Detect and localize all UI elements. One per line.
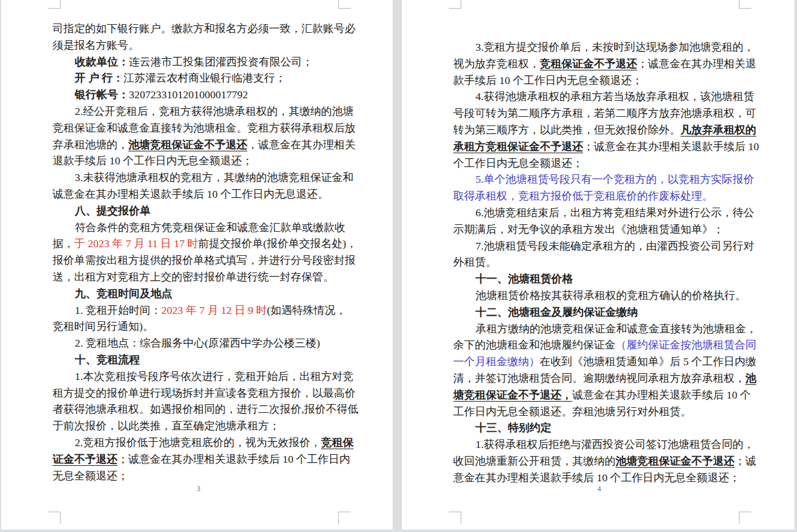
text-segment: 塘竞租保证金不予退还， (453, 389, 573, 401)
text-line: 十一、池塘租赁价格 (453, 271, 745, 287)
text-line: 十二、池塘租金及履约保证金缴纳 (453, 304, 745, 321)
text-segment: 1.获得承租权后拒绝与灌西投资公司签订池塘租赁合同的， (475, 438, 754, 450)
text-line: 工作日内无息全额退还。弃租池塘另行对外租赁。 (453, 403, 745, 420)
text-segment: 证金不予退还 (53, 453, 117, 465)
text-boundary-mark-bottom-left (449, 512, 461, 524)
text-segment: 诚意金在其办理相关退款手续后 10 个工作日内无息退还。 (53, 188, 328, 200)
text-segment: 司指定的如下银行账户。缴款方和报名方必须一致，汇款账号必 (53, 22, 356, 35)
text-line: 转为第三顺序方，以此类推，但无效报价除外。凡放弃承租权的 (453, 122, 745, 138)
text-segment: 据， (53, 237, 74, 250)
text-line: 4.获得池塘承租权的承租方若当场放弃承租权，该池塘租赁 (453, 88, 745, 105)
text-line: 3.竞租方提交报价单后，未按时到达现场参加池塘竞租的， (453, 39, 745, 56)
text-line: 收款单位：连云港市工投集团灌西投资有限公司； (53, 54, 344, 70)
text-segment: ，诚意金在其办理相关 (247, 138, 356, 151)
text-segment: ；诚意金在其办理相关退款手续后 10 个工作日内 (117, 453, 350, 465)
text-segment: （履约保证金按池塘租赁合同 (616, 339, 757, 351)
text-segment: 转为第三顺序方，以此类推，但无效报价除外。 (453, 124, 681, 136)
text-segment: 十三、特别约定 (475, 421, 552, 434)
text-segment: 前提交报价单(报价单交报名处)， (198, 237, 357, 250)
text-line: 2.竞租方报价低于池塘竞租底价的，视为无效报价，竞租保 (53, 434, 344, 451)
text-line: 1.本次竞租按号段序号依次进行，竞租开始后，出租方对竞 (53, 368, 344, 385)
text-line: 须是报名方账号。 (53, 37, 344, 54)
text-segment: 池塘竞租保证金不予退还 (129, 138, 248, 151)
text-segment: 十一、池塘租赁价格 (475, 272, 573, 285)
text-line: 租方提交的报价单进行现场拆封并宣读各竞租方报价，以最高价 (53, 385, 344, 402)
text-segment: 视为放弃竞租权， (453, 57, 540, 70)
text-segment: 2.经公开竞租后，竞租方获得池塘承租权的，其缴纳的池塘 (75, 105, 354, 117)
text-segment: 承租方竞租保证金不予退还 (453, 140, 583, 153)
page-number: 3 (53, 484, 344, 493)
text-segment: 开 户 行： (75, 72, 124, 84)
text-segment: 1.本次竞租按号段序号依次进行，竞租开始后，出租方对竞 (75, 370, 354, 382)
document-page-3[interactable]: 司指定的如下银行账户。缴款方和报名方必须一致，汇款账号必须是报名方账号。收款单位… (1, 0, 393, 530)
text-segment: 池 (746, 372, 757, 384)
text-segment: 送，出租方对竞租方上交的密封报价单进行统一封存保管。 (53, 271, 334, 283)
text-segment: 退款手续后 10 个工作日内无息全额退还； (53, 154, 253, 167)
text-segment: 取得承租权，竞租方报价低于竞租底价的作废标处理。 (453, 190, 713, 202)
text-line: 塘竞租保证金不予退还，诚意金在其办理相关退款手续后 10 个 (453, 387, 745, 403)
text-line: 视为放弃竞租权，竞租保证金不予退还；诚意金在其办理相关退 (453, 56, 745, 72)
text-segment: 号段可转为第二顺序方承租，若第二顺序方放弃池塘承租权，可 (453, 107, 756, 119)
text-segment: 7.池塘租赁号段未能确定承租方的，由灌西投资公司另行对 (475, 240, 754, 252)
text-segment: 江苏灌云农村商业银行临港支行； (124, 72, 286, 84)
text-line: 承租方竞租保证金不予退还；诚意金在其办理相关退款手续后 10 (453, 138, 745, 155)
text-segment: 十二、池塘租金及履约保证金缴纳 (475, 306, 638, 318)
text-line: 者获得池塘承租权。如遇报价相同的，进行二次报价,报价不得低 (53, 401, 344, 418)
text-segment: 十、竞租流程 (75, 353, 140, 366)
text-segment: 2.竞租方报价低于池塘竞租底价的，视为无效报价， (75, 436, 321, 449)
text-segment: 连云港市工投集团灌西投资有限公司； (129, 56, 313, 68)
text-line: 开 户 行：江苏灌云农村商业银行临港支行； (53, 70, 344, 87)
text-segment: 竞租保证金不予退还 (540, 57, 637, 70)
text-segment: 2023 年 7 月 12 日 9 时 (161, 304, 267, 316)
text-segment: 无息全额退还； (53, 470, 129, 482)
text-line: 司指定的如下银行账户。缴款方和报名方必须一致，汇款账号必 (53, 20, 344, 37)
text-boundary-mark-bottom-right (338, 512, 351, 524)
text-line: 符合条件的竞租方凭竞租保证金和诚意金汇款单或缴款收 (53, 219, 344, 236)
text-line: 1.获得承租权后拒绝与灌西投资公司签订池塘租赁合同的， (453, 436, 745, 453)
text-segment: 竞租时间另行通知)。 (53, 320, 153, 332)
text-line: 诚意金在其办理相关退款手续后 10 个工作日内无息退还。 (53, 186, 344, 203)
text-segment: 清，并签订池塘租赁合同。逾期缴纳视同承租方放弃承租权， (453, 372, 746, 384)
text-segment: 弃承租池塘的， (53, 138, 129, 151)
text-boundary-mark-bottom-left (48, 512, 61, 524)
text-line: 取得承租权，竞租方报价低于竞租底价的作废标处理。 (453, 188, 745, 205)
text-line: 示期满后，对无争议的承租方发出《池塘租赁通知单》； (453, 221, 745, 238)
text-line: 1. 竞租开始时间：2023 年 7 月 12 日 9 时(如遇特殊情况， (53, 302, 344, 319)
text-segment: (如遇特殊情况， (267, 304, 346, 316)
text-line: 无息全额退还； (53, 468, 344, 484)
text-line: 外租赁。 (453, 254, 745, 271)
text-line: 十、竞租流程 (53, 352, 344, 368)
text-line: 清，并签订池塘租赁合同。逾期缴纳视同承租方放弃承租权，池 (453, 370, 745, 387)
text-boundary-mark-bottom-right (739, 512, 751, 524)
text-segment: 符合条件的竞租方凭竞租保证金和诚意金汇款单或缴款收 (75, 221, 346, 234)
text-boundary-mark-top-right (739, 0, 751, 9)
text-line: 报价单需按出租方提供的报价单格式填写，并进行分号段密封报 (53, 252, 344, 269)
text-segment: 竞租保 (321, 436, 354, 449)
text-segment: 收款单位： (75, 56, 129, 68)
text-line: 号段可转为第二顺序方承租，若第二顺序方放弃池塘承租权，可 (453, 105, 745, 122)
text-line: 银行帐号：3207233101201000017792 (53, 87, 344, 103)
text-segment: 2. 竞租地点：综合服务中心(原灌西中学办公楼三楼) (75, 337, 320, 349)
text-segment: 者获得池塘承租权。如遇报价相同的，进行二次报价,报价不得低 (53, 403, 358, 415)
text-segment: 意金在其办理相关退款手续后 10 个工作日内无息全额退还； (453, 471, 740, 484)
text-segment: 5.单个池塘租赁号段只有一个竞租方的，以竞租方实际报价 (475, 173, 754, 185)
text-line: 3.未获得池塘承租权的竞租方，其缴纳的池塘竞租保证金和 (53, 169, 344, 186)
document-workspace[interactable]: 司指定的如下银行账户。缴款方和报名方必须一致，汇款账号必须是报名方账号。收款单位… (0, 0, 797, 532)
text-segment: 3.竞租方提交报价单后，未按时到达现场参加池塘竞租的， (475, 41, 754, 53)
text-segment: 于 2023 年 7 月 11 日 17 时 (74, 237, 198, 250)
document-page-4[interactable]: 3.竞租方提交报价单后，未按时到达现场参加池塘竞租的，视为放弃竞租权，竞租保证金… (402, 0, 795, 530)
text-segment: 1. 竞租开始时间： (75, 304, 161, 316)
text-segment: ；诚意金在其办理相关退 (637, 57, 757, 70)
text-segment: 在收到《池塘租赁通知单》后 5 个工作日内缴 (540, 355, 756, 368)
text-line: 十三、特别约定 (453, 420, 745, 436)
text-segment: 银行帐号： (75, 88, 129, 101)
text-segment: 九、竞租时间及地点 (75, 287, 173, 300)
text-segment: 收回池塘重新公开租赁，其缴纳的 (453, 455, 616, 467)
text-line: 收回池塘重新公开租赁，其缴纳的池塘竞租保证金不予退还；诚 (453, 453, 745, 470)
text-line: 2. 竞租地点：综合服务中心(原灌西中学办公楼三楼) (53, 335, 344, 352)
text-line: 2.经公开竞租后，竞租方获得池塘承租权的，其缴纳的池塘 (53, 103, 344, 120)
text-line: 九、竞租时间及地点 (53, 285, 344, 302)
text-segment: 3.未获得池塘承租权的竞租方，其缴纳的池塘竞租保证金和 (75, 171, 354, 184)
text-segment: 凡放弃承租权的 (681, 124, 757, 136)
text-segment: 池塘租赁价格按其获得承租权的竞租方确认的价格执行。 (475, 289, 746, 302)
